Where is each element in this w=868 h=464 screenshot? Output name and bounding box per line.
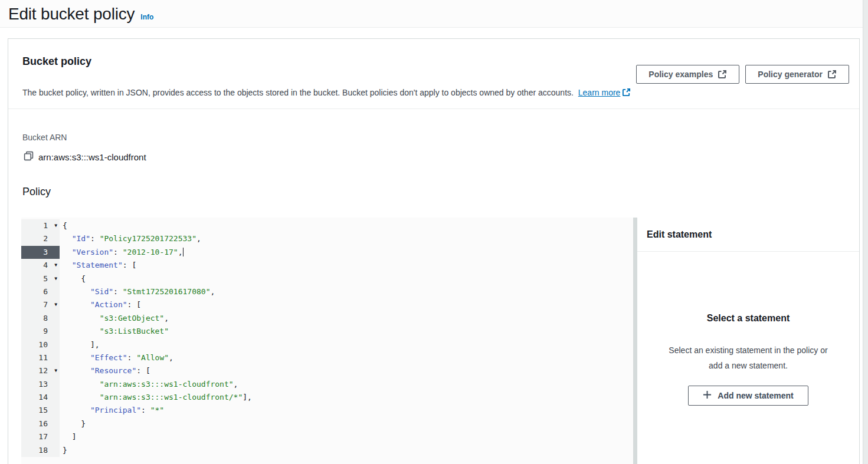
line-number-3[interactable]: 3 <box>21 246 60 259</box>
code-line-7[interactable]: 7▼ "Action": [ <box>21 298 633 311</box>
code-line-11[interactable]: 11 "Effect": "Allow", <box>21 351 633 364</box>
code-text[interactable]: "Statement": [ <box>60 259 136 272</box>
line-number-5[interactable]: 5▼ <box>21 272 60 285</box>
edit-statement-header: Edit statement <box>637 218 859 252</box>
page-header: Edit bucket policy Info <box>0 0 868 28</box>
line-number-9[interactable]: 9 <box>21 325 60 338</box>
policy-examples-button[interactable]: Policy examples <box>636 65 739 84</box>
code-text[interactable]: "Principal": "*" <box>60 404 164 417</box>
line-number-16[interactable]: 16 <box>21 417 60 430</box>
code-text[interactable]: } <box>60 417 86 430</box>
code-line-14[interactable]: 14 "arn:aws:s3:::ws1-cloudfront/*"], <box>21 391 633 404</box>
code-line-1[interactable]: 1▼{ <box>21 219 633 232</box>
card-actions: Policy examples Policy generator <box>636 65 849 84</box>
code-text[interactable]: "Action": [ <box>60 298 141 311</box>
policy-code-editor[interactable]: 1▼{2 "Id": "Policy1725201722533",3 "Vers… <box>21 218 633 464</box>
fold-arrow-icon[interactable]: ▼ <box>54 298 57 311</box>
description-text: The bucket policy, written in JSON, prov… <box>22 88 574 97</box>
code-line-15[interactable]: 15 "Principal": "*" <box>21 404 633 417</box>
code-text[interactable]: "Sid": "Stmt1725201617080", <box>60 285 215 298</box>
line-number-8[interactable]: 8 <box>21 312 60 325</box>
edit-statement-title: Edit statement <box>647 229 850 240</box>
line-number-1[interactable]: 1▼ <box>21 219 60 232</box>
line-number-14[interactable]: 14 <box>21 391 60 404</box>
code-line-12[interactable]: 12▼ "Resource": [ <box>21 364 633 377</box>
fold-arrow-icon[interactable]: ▼ <box>54 259 57 272</box>
code-line-5[interactable]: 5▼ { <box>21 272 633 285</box>
policy-generator-label: Policy generator <box>758 70 823 79</box>
bucket-policy-card: Bucket policy Policy examples Policy gen… <box>8 38 860 464</box>
fold-arrow-icon[interactable]: ▼ <box>54 364 57 377</box>
line-number-12[interactable]: 12▼ <box>21 364 60 377</box>
code-text[interactable]: "s3:ListBucket" <box>60 325 169 338</box>
page-scrollbar[interactable] <box>863 0 868 464</box>
policy-generator-button[interactable]: Policy generator <box>745 65 849 84</box>
line-number-15[interactable]: 15 <box>21 404 60 417</box>
info-link[interactable]: Info <box>140 13 153 21</box>
code-line-18[interactable]: 18} <box>21 444 633 457</box>
code-line-13[interactable]: 13 "arn:aws:s3:::ws1-cloudfront", <box>21 378 633 391</box>
code-line-17[interactable]: 17 ] <box>21 430 633 443</box>
select-statement-text: Select an existing statement in the poli… <box>649 343 847 373</box>
external-link-icon <box>827 70 837 79</box>
code-text[interactable]: { <box>60 272 86 285</box>
add-new-statement-button[interactable]: Add new statement <box>688 386 808 406</box>
line-number-10[interactable]: 10 <box>21 338 60 351</box>
code-line-3[interactable]: 3 "Version": "2012-10-17", <box>21 246 633 259</box>
line-number-4[interactable]: 4▼ <box>21 259 60 272</box>
line-number-2[interactable]: 2 <box>21 232 60 245</box>
page-title: Edit bucket policy <box>8 5 135 24</box>
code-line-8[interactable]: 8 "s3:GetObject", <box>21 312 633 325</box>
bucket-arn-row: arn:aws:s3:::ws1-cloudfront <box>24 151 859 163</box>
card-description: The bucket policy, written in JSON, prov… <box>22 88 631 98</box>
edit-statement-panel: Edit statement Select a statement Select… <box>637 218 859 464</box>
code-line-16[interactable]: 16 } <box>21 417 633 430</box>
code-text[interactable]: "Resource": [ <box>60 364 150 377</box>
line-number-6[interactable]: 6 <box>21 285 60 298</box>
code-text[interactable]: "arn:aws:s3:::ws1-cloudfront", <box>60 378 238 391</box>
add-new-statement-label: Add new statement <box>718 391 793 400</box>
code-line-6[interactable]: 6 "Sid": "Stmt1725201617080", <box>21 285 633 298</box>
line-number-17[interactable]: 17 <box>21 430 60 443</box>
learn-more-link[interactable]: Learn more <box>578 88 621 97</box>
fold-arrow-icon[interactable]: ▼ <box>54 219 57 232</box>
policy-examples-label: Policy examples <box>648 70 713 79</box>
code-text[interactable]: "Effect": "Allow", <box>60 351 173 364</box>
code-line-10[interactable]: 10 ], <box>21 338 633 351</box>
editor-panel-divider <box>633 218 637 464</box>
line-number-7[interactable]: 7▼ <box>21 298 60 311</box>
copy-arn-button[interactable] <box>24 151 34 163</box>
fold-arrow-icon[interactable]: ▼ <box>54 272 57 285</box>
card-header: Bucket policy Policy examples Policy gen… <box>8 39 859 109</box>
line-number-11[interactable]: 11 <box>21 351 60 364</box>
code-line-9[interactable]: 9 "s3:ListBucket" <box>21 325 633 338</box>
card-title: Bucket policy <box>22 55 91 68</box>
policy-editor-row: 1▼{2 "Id": "Policy1725201722533",3 "Vers… <box>8 218 859 464</box>
code-line-2[interactable]: 2 "Id": "Policy1725201722533", <box>21 232 633 245</box>
code-text[interactable]: "Version": "2012-10-17", <box>60 246 184 259</box>
code-text[interactable]: ] <box>60 430 76 443</box>
code-text[interactable]: "arn:aws:s3:::ws1-cloudfront/*"], <box>60 391 252 404</box>
code-text[interactable]: { <box>60 219 67 232</box>
bucket-arn-label: Bucket ARN <box>22 133 859 142</box>
external-link-icon <box>718 70 727 79</box>
code-text[interactable]: "Id": "Policy1725201722533", <box>60 232 201 245</box>
policy-section-title: Policy <box>22 186 859 198</box>
line-number-18[interactable]: 18 <box>21 444 60 457</box>
plus-icon <box>703 390 712 401</box>
text-cursor <box>183 248 184 256</box>
code-text[interactable]: "s3:GetObject", <box>60 312 169 325</box>
code-text[interactable]: } <box>60 444 67 457</box>
bucket-arn-value: arn:aws:s3:::ws1-cloudfront <box>38 152 146 162</box>
copy-icon <box>24 151 34 163</box>
statement-empty-state: Select a statement Select an existing st… <box>637 313 859 406</box>
code-line-4[interactable]: 4▼ "Statement": [ <box>21 259 633 272</box>
external-link-icon <box>622 89 631 98</box>
line-number-13[interactable]: 13 <box>21 378 60 391</box>
select-statement-title: Select a statement <box>649 313 847 324</box>
code-text[interactable]: ], <box>60 338 100 351</box>
